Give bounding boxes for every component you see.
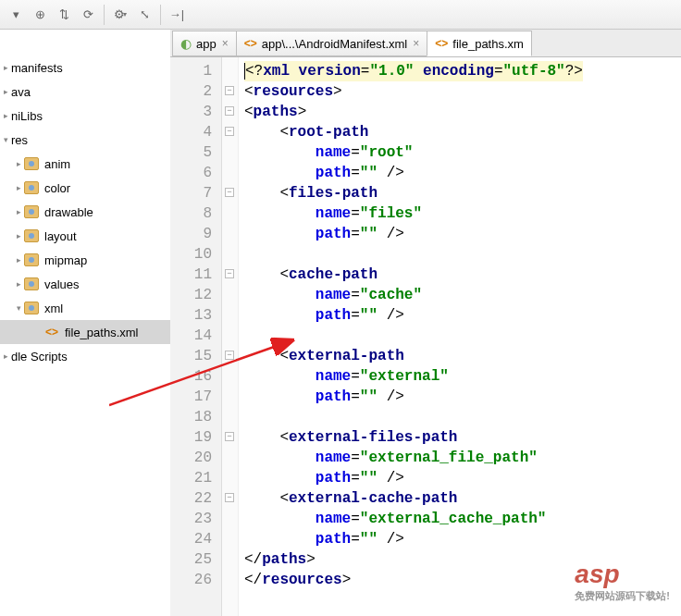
tree-item-anim[interactable]: ▸anim [0,152,170,176]
watermark-sub: 免费网站源码下载站! [575,589,670,603]
code-line-11[interactable]: <cache-path [244,265,681,285]
folder-icon [24,229,39,242]
expand-arrow-icon[interactable]: ▾ [13,303,24,313]
collapse-icon[interactable]: ⤡ [133,4,155,26]
folder-icon [24,181,39,194]
tree-label: xml [44,302,63,315]
code-line-22[interactable]: <external-cache-path [244,488,681,509]
code-line-13[interactable]: path="" /> [244,305,681,326]
tab-app-----androidmanifest-xml[interactable]: <>app\...\AndroidManifest.xml× [236,31,428,56]
tree-item-ava[interactable]: ▸ava [0,80,170,104]
tree-label: manifests [11,61,63,75]
annotation-arrow-icon [109,335,303,409]
tree-label: mipmap [44,253,87,267]
fold-toggle-icon[interactable]: − [225,106,234,116]
fold-toggle-icon[interactable]: − [225,86,234,95]
code-line-24[interactable]: path="" /> [244,529,681,549]
tab-file-paths-xm[interactable]: <>file_paths.xm [427,31,532,56]
project-tree: ▸manifests▸ava▸niLibs▾res▸anim▸color▸dra… [0,30,170,616]
tree-label: layout [44,229,77,243]
code-line-14[interactable] [244,326,681,346]
tree-item-nilibs[interactable]: ▸niLibs [0,104,170,128]
tree-label: dle Scripts [11,350,68,363]
close-icon[interactable]: × [413,37,419,50]
code-line-19[interactable]: <external-files-path [244,427,681,448]
tab-app[interactable]: ◐app× [172,31,237,56]
tree-item-drawable[interactable]: ▸drawable [0,200,170,224]
fold-toggle-icon[interactable]: − [225,493,234,502]
tree-item-color[interactable]: ▸color [0,176,170,200]
folder-icon [24,157,39,170]
code-line-3[interactable]: <paths> [244,102,681,122]
separator [160,5,161,25]
xml-file-icon: <> [435,37,448,50]
code-line-2[interactable]: <resources> [244,81,681,102]
tree-label: color [44,181,70,195]
fold-toggle-icon[interactable]: − [225,188,234,197]
hide-icon[interactable]: →| [166,4,188,26]
tree-label: res [11,133,28,147]
separator [104,5,105,25]
tab-label: app [196,37,217,51]
tree-item-mipmap[interactable]: ▸mipmap [0,248,170,272]
target-icon[interactable]: ⊕ [29,4,51,26]
code-line-5[interactable]: name="root" [244,142,681,163]
code-line-4[interactable]: <root-path [244,122,681,142]
expand-arrow-icon[interactable]: ▸ [0,63,11,72]
tree-label: drawable [44,205,93,219]
refresh-icon[interactable]: ⟳ [77,4,99,26]
tab-label: app\...\AndroidManifest.xml [262,37,408,51]
code-line-23[interactable]: name="external_cache_path" [244,509,681,529]
folder-icon [24,205,39,218]
folder-icon [24,277,39,290]
tree-label: anim [44,157,70,171]
tree-item-res[interactable]: ▾res [0,128,170,152]
code-line-6[interactable]: path="" /> [244,163,681,183]
gear-icon[interactable]: ⚙▾ [109,4,131,26]
expand-arrow-icon[interactable]: ▸ [0,351,11,361]
code-line-15[interactable]: <external-path [244,346,681,366]
code-line-16[interactable]: name="external" [244,366,681,387]
code-line-8[interactable]: name="files" [244,203,681,224]
editor-tabs: ◐app×<>app\...\AndroidManifest.xml×<>fil… [170,30,681,57]
code-line-17[interactable]: path="" /> [244,387,681,407]
code-line-18[interactable] [244,407,681,427]
code-line-7[interactable]: <files-path [244,183,681,203]
code-line-9[interactable]: path="" /> [244,224,681,244]
code-line-12[interactable]: name="cache" [244,285,681,305]
xml-file-icon: <> [244,37,257,50]
expand-arrow-icon[interactable]: ▸ [13,231,24,240]
expand-arrow-icon[interactable]: ▸ [0,111,11,120]
sync-icon[interactable]: ⇅ [53,4,75,26]
svg-line-0 [109,340,292,405]
tree-item-xml[interactable]: ▾xml [0,296,170,320]
module-icon: ◐ [180,36,192,51]
expand-arrow-icon[interactable]: ▾ [0,135,11,144]
fold-toggle-icon[interactable]: − [225,432,234,441]
code-line-10[interactable] [244,244,681,265]
xml-file-icon [44,325,59,339]
tree-item-layout[interactable]: ▸layout [0,224,170,248]
expand-arrow-icon[interactable]: ▸ [13,159,24,168]
close-icon[interactable]: × [222,37,229,50]
code-line-1[interactable]: <?xml version="1.0" encoding="utf-8"?> [244,61,681,81]
code-content[interactable]: <?xml version="1.0" encoding="utf-8"?><r… [239,57,681,616]
code-line-21[interactable]: path="" /> [244,468,681,488]
tree-item-values[interactable]: ▸values [0,272,170,296]
tab-label: file_paths.xm [452,37,524,51]
expand-arrow-icon[interactable]: ▸ [0,87,11,96]
expand-arrow-icon[interactable]: ▸ [13,279,24,289]
expand-arrow-icon[interactable]: ▸ [13,183,24,192]
code-line-20[interactable]: name="external_file_path" [244,448,681,468]
watermark-text: asp [575,560,619,588]
fold-toggle-icon[interactable]: − [225,127,234,136]
toolbar-dropdown-icon[interactable]: ▾ [5,4,27,26]
folder-icon [24,302,39,314]
tree-item-manifests[interactable]: ▸manifests [0,55,170,80]
expand-arrow-icon[interactable]: ▸ [13,255,24,265]
toolbar: ▾ ⊕ ⇅ ⟳ ⚙▾ ⤡ →| [0,0,681,30]
tree-label: niLibs [11,109,43,123]
fold-toggle-icon[interactable]: − [225,269,234,278]
expand-arrow-icon[interactable]: ▸ [13,207,24,216]
folder-icon [24,253,39,266]
